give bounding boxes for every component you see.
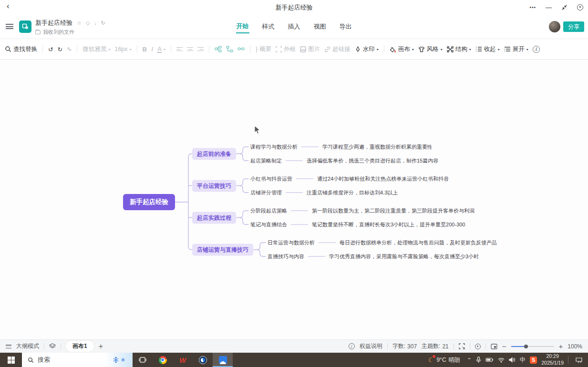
insert-sibling-icon[interactable]	[226, 46, 233, 52]
mindmap-subtopic[interactable]: 店铺评分管理	[250, 189, 282, 196]
mindmap-subtopic[interactable]: 笔记与直播结合	[250, 221, 287, 228]
mindmap-subtopic[interactable]: 直播技巧与内容	[268, 253, 304, 260]
mindmap-subtopic[interactable]: 日常运营与数据分析	[268, 239, 315, 246]
help-button[interactable]: i	[533, 46, 540, 53]
more-options-icon[interactable]: •••	[529, 5, 536, 10]
outline-button[interactable]: }概要	[256, 45, 271, 53]
rights-link[interactable]: 权益说明	[360, 342, 382, 350]
watermark-button[interactable]: 水印▾	[355, 45, 379, 53]
task-view-button[interactable]	[133, 353, 153, 367]
mindmap-detail[interactable]: 注重店铺多维度评分，目标达到4.3以上	[307, 189, 398, 196]
menu-icon[interactable]	[6, 24, 13, 29]
weather-promo[interactable]	[105, 353, 133, 367]
minimize-icon[interactable]: —	[546, 4, 552, 11]
taskbar-app-chrome[interactable]	[153, 353, 173, 367]
mindmap-root-node[interactable]: 新手起店经验	[123, 194, 175, 210]
file-name[interactable]: 新手起店经验	[35, 19, 72, 27]
mindmap-detail[interactable]: 学习优秀直播内容，采用露脸与不露脸策略，每次直播至少3小时	[329, 253, 479, 260]
mindmap-detail[interactable]: 通过24小时加够粉丝和关注热点榜单来运营小红书和抖音	[317, 175, 449, 183]
restore-icon[interactable]	[561, 4, 567, 10]
layers-icon[interactable]	[49, 343, 56, 349]
taskbar-app-browser[interactable]	[193, 353, 213, 367]
sheet-tab-canvas1[interactable]: 画布1	[66, 341, 94, 352]
expand-button[interactable]: 展开▾	[504, 45, 528, 53]
mindmap-detail[interactable]: 第一阶段以数量为主，第二阶段注重质量，第三阶段提升客单价与利润	[312, 207, 475, 214]
clock-widget[interactable]: 20:29 2025/1/19	[541, 353, 564, 366]
locate-center-icon[interactable]	[475, 344, 481, 349]
download-icon[interactable]: ↓	[94, 20, 97, 26]
collapse-button[interactable]: 收起▾	[475, 45, 500, 53]
mindmap-branch-node[interactable]: 店铺运营与直播技巧	[192, 244, 253, 256]
folder-path[interactable]: 我收到的文件	[43, 29, 74, 36]
mindmap-detail[interactable]: 每日进行数据榜单分析，处理物流与售后问题，及时更新负反馈产品	[340, 239, 497, 246]
mindmap-branch-node[interactable]: 起店前的准备	[192, 148, 236, 160]
image-button[interactable]: 图片	[300, 45, 320, 53]
zoom-in-button[interactable]: +	[559, 342, 563, 350]
frame-button[interactable]: 外框	[276, 45, 296, 53]
avatar[interactable]	[549, 21, 560, 32]
mindmap-canvas[interactable]: 新手起店经验起店前的准备平台运营技巧起店实践过程店铺运营与直播技巧课程学习与数据…	[0, 60, 588, 339]
star-icon[interactable]: ☆	[77, 20, 82, 26]
sogou-icon[interactable]: S	[530, 357, 537, 364]
fit-screen-icon[interactable]	[459, 343, 465, 349]
canvas-button[interactable]: 画布▾	[390, 45, 414, 53]
volume-icon[interactable]	[509, 357, 516, 363]
mindmap-detail[interactable]: 选择偏低客单价，挑选三个类目进行起店，制作15篇内容	[307, 157, 438, 164]
redo-button[interactable]: ↻	[57, 46, 62, 53]
app-logo-icon[interactable]	[19, 20, 31, 33]
font-size-select[interactable]: 16px▾	[114, 46, 131, 52]
mindmap-subtopic[interactable]: 起店策略制定	[250, 157, 282, 164]
mindmap-detail[interactable]: 笔记数量坚持不断，直播时长每次3小时以上，提升单量至200-300	[312, 221, 465, 228]
tray-expand-icon[interactable]: ⌃	[467, 357, 472, 363]
zoom-slider[interactable]	[511, 346, 554, 347]
wifi-icon[interactable]	[498, 357, 505, 363]
insert-parent-icon[interactable]	[237, 46, 245, 52]
action-center-button[interactable]	[573, 357, 585, 363]
tab-style[interactable]: 样式	[262, 20, 275, 33]
insert-subtopic-icon[interactable]	[215, 46, 222, 52]
bold-button[interactable]: B	[143, 46, 147, 53]
align-right-icon[interactable]	[197, 46, 204, 52]
ime-indicator[interactable]: 中	[520, 356, 526, 364]
style-button[interactable]: 风格▾	[418, 45, 443, 53]
folder-icon	[35, 31, 41, 34]
align-center-icon[interactable]	[187, 46, 193, 52]
taskbar-app-mindmap[interactable]	[213, 353, 233, 367]
add-sheet-button[interactable]: +	[99, 342, 103, 351]
microphone-icon[interactable]	[476, 357, 481, 363]
mindmap-branch-node[interactable]: 平台运营技巧	[192, 180, 236, 192]
mindmap-subtopic[interactable]: 小红书与抖音运营	[250, 175, 292, 183]
record-icon[interactable]	[577, 4, 583, 10]
zoom-out-button[interactable]: −	[502, 342, 506, 350]
outline-mode-button[interactable]: 大纲模式	[16, 342, 39, 350]
tab-start[interactable]: 开始	[236, 20, 249, 33]
share-button[interactable]: 分享	[563, 21, 584, 32]
italic-button[interactable]: I	[151, 45, 153, 53]
mindmap-detail[interactable]: 学习课程至少两遍，重视数据分析积累的重要性	[322, 143, 433, 151]
mindmap-branch-node[interactable]: 起店实践过程	[192, 212, 236, 224]
tag-icon[interactable]: ◇	[86, 20, 90, 26]
format-painter-button[interactable]: ✎	[67, 46, 72, 53]
structure-button[interactable]: 结构▾	[447, 45, 471, 53]
tab-view[interactable]: 视图	[313, 20, 327, 33]
taskbar-app-wps[interactable]: W	[173, 353, 193, 367]
battery-icon[interactable]	[485, 357, 494, 362]
mindmap-subtopic-row: 直播技巧与内容学习优秀直播内容，采用露脸与不露脸策略，每次直播至少3小时	[268, 253, 479, 260]
hyperlink-button[interactable]: 超链接	[324, 45, 351, 53]
font-color-button[interactable]: A▾	[157, 46, 165, 53]
tab-insert[interactable]: 插入	[288, 20, 301, 33]
find-replace-button[interactable]: 查找替换	[5, 45, 37, 53]
mindmap-subtopic[interactable]: 分阶段起店策略	[250, 207, 287, 214]
mindmap-connector-line	[286, 193, 303, 193]
tab-export[interactable]: 导出	[339, 20, 352, 33]
font-name-select[interactable]: 微软雅黑▾	[83, 45, 110, 53]
minimap-icon[interactable]	[491, 344, 497, 349]
align-left-icon[interactable]	[176, 46, 183, 52]
taskbar-search-input[interactable]: 搜索	[22, 353, 133, 367]
undo-button[interactable]: ↺	[48, 46, 53, 53]
history-icon[interactable]: ↻	[101, 20, 105, 26]
start-button[interactable]	[0, 353, 22, 367]
weather-widget[interactable]: ☾ 9°C 晴朗	[425, 356, 463, 364]
toolbar: 查找替换 ↺ ↻ ✎ 微软雅黑▾ 16px▾ B I A▾	[0, 39, 588, 60]
mindmap-subtopic[interactable]: 课程学习与数据分析	[250, 143, 298, 151]
